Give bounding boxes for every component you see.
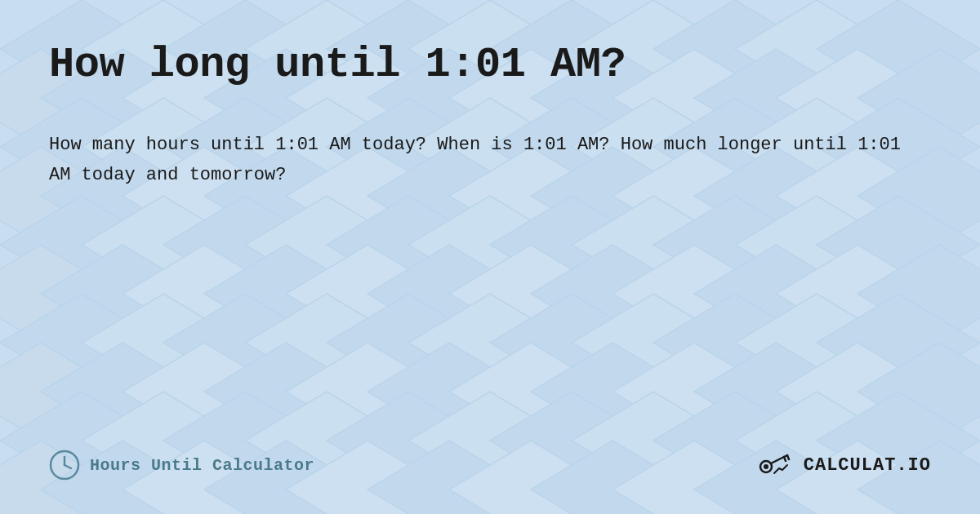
clock-icon: [49, 450, 80, 481]
svg-line-118: [65, 465, 71, 468]
main-content: How long until 1:01 AM? How many hours u…: [49, 41, 931, 432]
footer-right-brand: CALCULAT.IO: [756, 449, 931, 481]
svg-line-122: [784, 457, 786, 461]
description-text: How many hours until 1:01 AM today? When…: [49, 130, 906, 191]
svg-point-120: [764, 464, 768, 469]
footer-left-label: Hours Until Calculator: [90, 456, 314, 475]
calculat-logo-icon: [756, 449, 797, 481]
svg-line-123: [787, 455, 789, 459]
footer: Hours Until Calculator CALCULAT.IO: [49, 432, 931, 481]
page-title: How long until 1:01 AM?: [49, 41, 931, 89]
footer-right-label: CALCULAT.IO: [804, 455, 931, 476]
footer-left-brand: Hours Until Calculator: [49, 450, 314, 481]
